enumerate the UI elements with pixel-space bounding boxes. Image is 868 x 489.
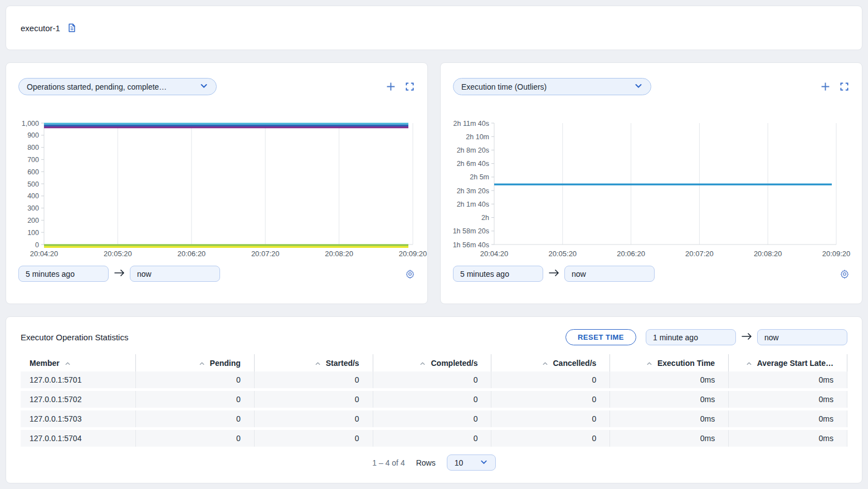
svg-text:300: 300 — [27, 204, 39, 212]
value-cell: 0 — [136, 410, 255, 427]
member-cell: 127.0.0.1:5702 — [21, 391, 136, 408]
table-header-row: MemberPendingStarted/sCompleted/sCancell… — [21, 354, 847, 371]
value-cell: 0ms — [729, 391, 847, 408]
svg-text:20:07:20: 20:07:20 — [685, 250, 714, 258]
execution-time-chart: 20:04:2020:05:2020:06:2020:07:2020:08:20… — [453, 118, 850, 262]
value-cell: 0 — [491, 371, 610, 388]
stats-to-input[interactable] — [757, 329, 847, 345]
execution-time-from-input[interactable] — [453, 266, 543, 282]
arrow-right-icon — [548, 268, 559, 280]
fullscreen-icon[interactable] — [840, 82, 849, 91]
svg-text:0: 0 — [35, 241, 39, 249]
value-cell: 0ms — [610, 430, 729, 447]
page-title: executor-1 — [21, 23, 60, 33]
value-cell: 0 — [373, 371, 492, 388]
add-chart-icon[interactable] — [386, 82, 396, 91]
executor-statistics-panel: Executor Operation Statistics RESET TIME… — [6, 316, 862, 483]
sort-caret-icon — [199, 359, 205, 368]
column-header-pending[interactable]: Pending — [136, 354, 255, 371]
member-cell: 127.0.0.1:5703 — [21, 410, 136, 427]
svg-text:2h 10m: 2h 10m — [466, 133, 489, 141]
execution-time-chart-panel: Execution time (Outliers) 20:04:2020:05:… — [440, 62, 862, 304]
svg-text:20:07:20: 20:07:20 — [251, 250, 280, 258]
table-row: 127.0.0.1:570200000ms0ms — [21, 391, 847, 408]
value-cell: 0 — [136, 430, 255, 447]
execution-time-to-input[interactable] — [564, 266, 655, 282]
svg-text:1h 56m 40s: 1h 56m 40s — [453, 241, 489, 249]
section-title: Executor Operation Statistics — [21, 332, 128, 342]
value-cell: 0 — [373, 391, 492, 408]
value-cell: 0 — [255, 371, 373, 388]
value-cell: 0ms — [729, 371, 847, 388]
execution-time-metric-select-value: Execution time (Outliers) — [461, 82, 547, 91]
reset-time-button[interactable]: RESET TIME — [565, 329, 636, 345]
svg-text:20:05:20: 20:05:20 — [104, 250, 132, 258]
svg-text:700: 700 — [27, 156, 39, 164]
operations-metric-select[interactable]: Operations started, pending, complete… — [18, 78, 217, 95]
value-cell: 0 — [491, 391, 610, 408]
table-row: 127.0.0.1:570400000ms0ms — [21, 430, 847, 447]
svg-text:20:06:20: 20:06:20 — [177, 250, 206, 258]
column-header-completed-s[interactable]: Completed/s — [373, 354, 492, 371]
svg-text:2h 8m 20s: 2h 8m 20s — [457, 146, 489, 154]
value-cell: 0 — [136, 391, 255, 408]
add-chart-icon[interactable] — [821, 82, 830, 91]
svg-text:100: 100 — [27, 229, 39, 237]
sort-caret-icon — [746, 359, 752, 368]
stats-from-input[interactable] — [646, 329, 736, 345]
svg-text:1h 58m 20s: 1h 58m 20s — [453, 227, 489, 235]
pagination-range: 1 – 4 of 4 — [372, 458, 404, 467]
gear-icon[interactable] — [840, 269, 850, 279]
member-cell: 127.0.0.1:5701 — [21, 371, 136, 388]
column-header-cancelled-s[interactable]: Cancelled/s — [491, 354, 610, 371]
svg-text:2h 5m: 2h 5m — [470, 173, 489, 181]
value-cell: 0 — [136, 371, 255, 388]
sort-caret-icon — [542, 359, 548, 368]
statistics-table: MemberPendingStarted/sCompleted/sCancell… — [21, 354, 847, 447]
value-cell: 0ms — [729, 430, 847, 447]
svg-text:20:09:20: 20:09:20 — [822, 250, 851, 258]
svg-text:20:06:20: 20:06:20 — [617, 250, 645, 258]
svg-text:20:08:20: 20:08:20 — [754, 250, 782, 258]
operations-from-input[interactable] — [18, 266, 109, 282]
column-header-execution-time[interactable]: Execution Time — [610, 354, 729, 371]
column-header-average-start-late[interactable]: Average Start Late… — [729, 354, 847, 371]
value-cell: 0 — [255, 410, 373, 427]
sort-caret-icon — [420, 359, 426, 368]
gear-icon[interactable] — [405, 269, 415, 279]
svg-text:20:05:20: 20:05:20 — [548, 250, 577, 258]
svg-text:20:04:20: 20:04:20 — [480, 250, 509, 258]
document-icon[interactable] — [67, 23, 77, 33]
svg-text:800: 800 — [27, 144, 39, 151]
value-cell: 0 — [491, 410, 610, 427]
operations-to-input[interactable] — [130, 266, 220, 282]
svg-text:2h 6m 40s: 2h 6m 40s — [457, 160, 489, 168]
table-row: 127.0.0.1:570300000ms0ms — [21, 410, 847, 427]
column-header-member[interactable]: Member — [21, 354, 136, 371]
value-cell: 0 — [255, 430, 373, 447]
chevron-down-icon — [634, 81, 643, 92]
svg-text:200: 200 — [27, 217, 39, 224]
operations-chart: 20:04:2020:05:2020:06:2020:07:2020:08:20… — [18, 118, 415, 262]
charts-row: Operations started, pending, complete… 2… — [6, 62, 862, 304]
sort-caret-icon — [315, 359, 321, 368]
value-cell: 0 — [491, 430, 610, 447]
svg-text:2h 3m 20s: 2h 3m 20s — [457, 187, 489, 195]
rows-per-page-select[interactable]: 10 — [447, 454, 496, 471]
sort-caret-icon — [646, 359, 652, 368]
column-header-started-s[interactable]: Started/s — [255, 354, 373, 371]
value-cell: 0ms — [610, 410, 729, 427]
table-row: 127.0.0.1:570100000ms0ms — [21, 371, 847, 388]
svg-text:2h: 2h — [481, 214, 489, 222]
svg-text:20:04:20: 20:04:20 — [30, 250, 58, 258]
execution-time-metric-select[interactable]: Execution time (Outliers) — [453, 78, 651, 95]
operations-metric-select-value: Operations started, pending, complete… — [27, 82, 167, 91]
table-body: 127.0.0.1:570100000ms0ms127.0.0.1:570200… — [21, 371, 847, 447]
rows-per-page-value: 10 — [455, 458, 464, 467]
value-cell: 0 — [255, 391, 373, 408]
operations-chart-panel: Operations started, pending, complete… 2… — [6, 62, 428, 304]
fullscreen-icon[interactable] — [406, 82, 414, 91]
svg-text:20:09:20: 20:09:20 — [399, 250, 427, 258]
value-cell: 0ms — [729, 410, 847, 427]
svg-text:400: 400 — [27, 192, 39, 200]
